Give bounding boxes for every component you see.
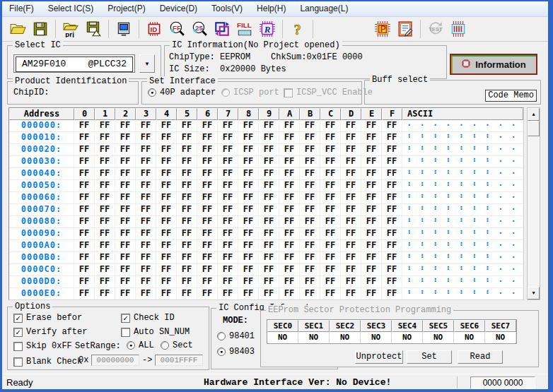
range-start-field[interactable]: 00000000 (91, 355, 139, 366)
hex-cell[interactable]: FF (136, 252, 156, 263)
menu-item-language[interactable]: Language(L) (293, 1, 355, 16)
hex-cell[interactable]: FF (218, 192, 238, 203)
hex-grid-scrollbar[interactable]: ▲ ▼ (527, 107, 540, 300)
hex-cell[interactable]: FF (259, 288, 279, 299)
hex-cell[interactable]: FF (95, 168, 115, 179)
hex-row-ascii[interactable]: · · · · · · · · · · · · · · · · (402, 144, 523, 155)
save-file-button[interactable] (30, 19, 51, 39)
hex-cell[interactable]: FF (156, 264, 177, 275)
hex-cell[interactable]: FF (238, 132, 259, 143)
hex-cell[interactable]: FF (238, 288, 259, 299)
hex-cell[interactable]: FF (238, 168, 259, 179)
hex-cell[interactable]: FF (74, 216, 95, 227)
save-project-button[interactable] (83, 19, 104, 39)
hex-cell[interactable]: FF (382, 132, 402, 143)
hex-cell[interactable]: FF (136, 288, 156, 299)
hex-cell[interactable]: FF (218, 216, 238, 227)
hex-cell[interactable]: FF (156, 168, 177, 179)
program-chip-button[interactable]: P (372, 19, 393, 39)
hex-cell[interactable]: FF (218, 288, 238, 299)
menu-item-tools[interactable]: Tools(V) (204, 1, 250, 16)
hex-cell[interactable]: FF (177, 120, 197, 131)
hex-cell[interactable]: FF (238, 276, 259, 287)
help-button[interactable]: ? (287, 19, 308, 39)
hex-cell[interactable]: FF (238, 156, 259, 167)
hex-cell[interactable]: FF (156, 228, 177, 239)
hex-cell[interactable]: FF (300, 276, 320, 287)
hex-cell[interactable]: FF (300, 192, 320, 203)
hex-cell[interactable]: FF (238, 240, 259, 251)
hex-cell[interactable]: FF (74, 228, 95, 239)
hex-cell[interactable]: FF (95, 120, 115, 131)
hex-cell[interactable]: FF (177, 156, 197, 167)
ic-combobox-value[interactable]: AM29F010 @PLCC32 (16, 57, 133, 72)
hex-cell[interactable]: FF (259, 156, 279, 167)
edit-buffer-button[interactable] (395, 19, 416, 39)
hex-cell[interactable]: FF (382, 168, 402, 179)
hex-cell[interactable]: FF (320, 252, 341, 263)
sector-value-cell[interactable]: NO (454, 332, 485, 343)
hex-cell[interactable]: FF (300, 168, 320, 179)
hex-row-ascii[interactable]: · · · · · · · · · · · · · · · · (402, 252, 523, 263)
hex-cell[interactable]: FF (156, 252, 177, 263)
hex-cell[interactable]: FF (279, 216, 300, 227)
read-button[interactable]: Read (458, 350, 503, 364)
scrollbar-down-button[interactable]: ▼ (528, 287, 540, 299)
hex-cell[interactable]: FF (279, 120, 300, 131)
sector-value-cell[interactable]: NO (423, 332, 454, 343)
hex-cell[interactable]: FF (177, 276, 197, 287)
hex-cell[interactable]: FF (361, 144, 382, 155)
hex-cell[interactable]: FF (279, 252, 300, 263)
hex-cell[interactable]: FF (279, 204, 300, 215)
hex-cell[interactable]: FF (320, 132, 341, 143)
hex-cell[interactable]: FF (341, 288, 361, 299)
sector-value-cell[interactable]: NO (361, 332, 392, 343)
scrollbar-thumb[interactable] (528, 121, 540, 136)
hex-cell[interactable]: FF (177, 204, 197, 215)
hex-cell[interactable]: FF (95, 204, 115, 215)
hex-row-ascii[interactable]: · · · · · · · · · · · · · · · · (402, 240, 523, 251)
hex-cell[interactable]: FF (197, 288, 218, 299)
hex-cell[interactable]: FF (238, 264, 259, 275)
hex-cell[interactable]: FF (320, 276, 341, 287)
hex-cell[interactable]: FF (238, 204, 259, 215)
hex-cell[interactable]: FF (238, 252, 259, 263)
hex-cell[interactable]: FF (95, 180, 115, 191)
ic-combobox-dropdown-button[interactable]: ▼ (139, 54, 155, 73)
hex-cell[interactable]: FF (197, 216, 218, 227)
hex-cell[interactable]: FF (156, 192, 177, 203)
hex-cell[interactable]: FF (259, 204, 279, 215)
hex-cell[interactable]: FF (95, 252, 115, 263)
mode-98401-radio[interactable]: 98401 (217, 331, 255, 341)
hex-cell[interactable]: FF (177, 252, 197, 263)
hex-cell[interactable]: FF (197, 120, 218, 131)
hex-cell[interactable]: FF (300, 156, 320, 167)
hex-cell[interactable]: FF (136, 204, 156, 215)
hex-cell[interactable]: FF (197, 144, 218, 155)
hex-cell[interactable]: FF (115, 228, 136, 239)
range-end-field[interactable]: 0001FFFF (155, 355, 203, 366)
hex-cell[interactable]: FF (218, 276, 238, 287)
hex-cell[interactable]: FF (95, 192, 115, 203)
hex-cell[interactable]: FF (136, 132, 156, 143)
mode-98403-radio[interactable]: ● 98403 (217, 347, 255, 357)
hex-cell[interactable]: FF (382, 288, 402, 299)
hex-cell[interactable]: FF (259, 228, 279, 239)
hex-cell[interactable]: FF (341, 276, 361, 287)
ic-combobox[interactable]: AM29F010 @PLCC32 (13, 54, 135, 73)
hex-row-ascii[interactable]: · · · · · · · · · · · · · · · · (402, 180, 523, 191)
hex-cell[interactable]: FF (238, 192, 259, 203)
hex-cell[interactable]: FF (156, 156, 177, 167)
blank-check-checkbox[interactable]: Blank Check (13, 357, 82, 367)
hex-cell[interactable]: FF (300, 180, 320, 191)
hex-cell[interactable]: FF (156, 216, 177, 227)
sector-value-cell[interactable]: NO (298, 332, 330, 343)
hex-cell[interactable]: FF (382, 180, 402, 191)
hex-cell[interactable]: FF (197, 276, 218, 287)
hex-row-ascii[interactable]: · · · · · · · · · · · · · · · · (402, 132, 523, 143)
hex-cell[interactable]: FF (361, 132, 382, 143)
hex-cell[interactable]: FF (300, 204, 320, 215)
hex-cell[interactable]: FF (238, 120, 259, 131)
hex-row-ascii[interactable]: · · · · · · · · · · · · · · · · (402, 168, 523, 179)
read-chip-button[interactable]: R (257, 19, 278, 39)
